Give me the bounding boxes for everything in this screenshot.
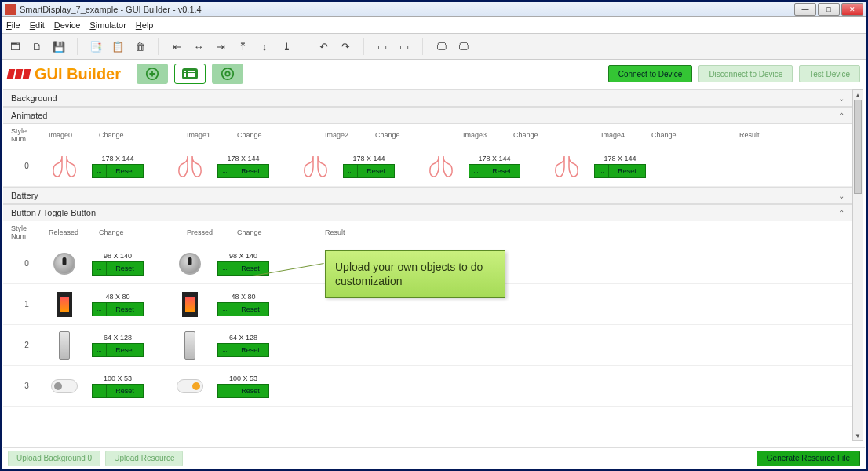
change-button[interactable]: ...Reset bbox=[92, 261, 144, 276]
monitor-icon[interactable]: 🖵 bbox=[434, 39, 448, 53]
size-label: 178 X 144 bbox=[227, 155, 259, 162]
section-label: Battery bbox=[11, 191, 38, 200]
chevron-up-icon: ⌃ bbox=[838, 111, 844, 120]
align-right-icon[interactable]: ⇥ bbox=[213, 39, 228, 53]
reset-button[interactable]: Reset bbox=[232, 385, 268, 397]
browse-icon[interactable]: ... bbox=[218, 385, 232, 397]
mode-edit-button[interactable] bbox=[137, 64, 168, 84]
browse-icon[interactable]: ... bbox=[344, 165, 358, 177]
thumbnail-lungs bbox=[419, 155, 463, 178]
reset-button[interactable]: Reset bbox=[107, 303, 143, 316]
align-center-v-icon[interactable]: ↕ bbox=[257, 39, 272, 53]
svg-rect-4 bbox=[184, 73, 186, 75]
align-bottom-icon[interactable]: ⤓ bbox=[279, 39, 294, 53]
thumbnail-released bbox=[42, 331, 86, 360]
menu-help[interactable]: Help bbox=[136, 20, 154, 30]
connect-button[interactable]: Connect to Device bbox=[608, 65, 693, 82]
upload-resource-button[interactable]: Upload Resource bbox=[105, 451, 183, 466]
reset-button[interactable]: Reset bbox=[232, 262, 268, 275]
separator bbox=[158, 38, 159, 55]
reset-button[interactable]: Reset bbox=[107, 344, 143, 356]
reset-button[interactable]: Reset bbox=[107, 262, 143, 275]
undo-icon[interactable]: ↶ bbox=[316, 39, 330, 53]
change-button[interactable]: ...Reset bbox=[92, 302, 144, 316]
mode-list-button[interactable] bbox=[174, 64, 206, 84]
size-label: 100 X 53 bbox=[229, 374, 257, 382]
align-center-h-icon[interactable]: ↔ bbox=[191, 39, 206, 53]
change-button[interactable]: ...Reset bbox=[217, 302, 269, 316]
mode-settings-button[interactable] bbox=[212, 64, 243, 84]
disconnect-button[interactable]: Disconnect to Device bbox=[698, 65, 793, 82]
menu-simulator[interactable]: Simulator bbox=[89, 20, 126, 30]
reset-button[interactable]: Reset bbox=[107, 165, 143, 177]
browse-icon[interactable]: ... bbox=[218, 262, 232, 275]
bring-front-icon[interactable]: ▭ bbox=[375, 39, 389, 53]
col-header: Style Num bbox=[11, 127, 42, 143]
change-button[interactable]: ...Reset bbox=[217, 164, 269, 178]
reset-button[interactable]: Reset bbox=[107, 385, 143, 397]
browse-icon[interactable]: ... bbox=[93, 303, 107, 316]
reset-button[interactable]: Reset bbox=[232, 303, 268, 316]
browse-icon[interactable]: ... bbox=[93, 385, 107, 397]
reset-button[interactable]: Reset bbox=[358, 165, 394, 177]
save-icon[interactable]: 💾 bbox=[52, 39, 66, 53]
menu-edit[interactable]: Edit bbox=[30, 20, 45, 30]
redo-icon[interactable]: ↷ bbox=[338, 39, 352, 53]
change-button[interactable]: ...Reset bbox=[217, 343, 269, 357]
browse-icon[interactable]: ... bbox=[595, 165, 609, 177]
browse-icon[interactable]: ... bbox=[93, 344, 107, 356]
scroll-down-icon[interactable]: ▼ bbox=[853, 431, 863, 440]
scroll-up-icon[interactable]: ▲ bbox=[853, 90, 863, 100]
browse-icon[interactable]: ... bbox=[93, 262, 107, 275]
change-button[interactable]: ...Reset bbox=[92, 384, 144, 398]
section-battery[interactable]: Battery ⌄ bbox=[3, 187, 852, 204]
section-animated[interactable]: Animated ⌃ bbox=[3, 107, 852, 124]
thumbnail-pressed bbox=[168, 379, 212, 393]
change-button[interactable]: ...Reset bbox=[217, 261, 269, 276]
change-button[interactable]: ...Reset bbox=[469, 164, 520, 178]
reset-button[interactable]: Reset bbox=[232, 165, 268, 177]
send-back-icon[interactable]: ▭ bbox=[397, 39, 411, 53]
open-icon[interactable]: 🗋 bbox=[30, 39, 44, 53]
section-button[interactable]: Button / Toggle Button ⌃ bbox=[3, 204, 852, 221]
browse-icon[interactable]: ... bbox=[93, 165, 107, 177]
menu-device[interactable]: Device bbox=[54, 20, 81, 30]
reset-button[interactable]: Reset bbox=[483, 165, 520, 177]
change-button[interactable]: ...Reset bbox=[92, 164, 144, 178]
new-icon[interactable]: 🗔 bbox=[8, 39, 22, 53]
size-label: 48 X 80 bbox=[231, 293, 255, 301]
thumbnail-lungs bbox=[545, 155, 589, 178]
change-button[interactable]: ...Reset bbox=[594, 164, 646, 178]
section-background[interactable]: Background ⌄ bbox=[3, 89, 852, 107]
browse-icon[interactable]: ... bbox=[469, 165, 483, 177]
copy-icon[interactable]: 📑 bbox=[89, 39, 103, 53]
paste-icon[interactable]: 📋 bbox=[111, 39, 125, 53]
style-number: 1 bbox=[11, 300, 42, 309]
delete-icon[interactable]: 🗑 bbox=[133, 39, 147, 53]
close-button[interactable]: ✕ bbox=[841, 3, 863, 16]
monitor-plus-icon[interactable]: 🖵 bbox=[456, 39, 470, 53]
maximize-button[interactable]: □ bbox=[818, 3, 840, 16]
browse-icon[interactable]: ... bbox=[218, 344, 232, 356]
menu-file[interactable]: File bbox=[6, 20, 20, 30]
scroll-thumb[interactable] bbox=[854, 100, 862, 194]
menubar: File Edit Device Simulator Help bbox=[2, 17, 866, 33]
align-top-icon[interactable]: ⤒ bbox=[235, 39, 250, 53]
change-button[interactable]: ...Reset bbox=[217, 384, 269, 398]
col-header: Change bbox=[375, 131, 457, 139]
align-left-icon[interactable]: ⇤ bbox=[170, 39, 184, 53]
col-header: Image2 bbox=[325, 131, 369, 139]
upload-background-button[interactable]: Upload Background 0 bbox=[8, 451, 100, 466]
change-button[interactable]: ...Reset bbox=[343, 164, 395, 178]
reset-button[interactable]: Reset bbox=[232, 344, 268, 356]
vertical-scrollbar[interactable]: ▲ ▼ bbox=[852, 89, 863, 441]
reset-button[interactable]: Reset bbox=[609, 165, 645, 177]
minimize-button[interactable]: — bbox=[794, 3, 816, 16]
test-device-button[interactable]: Test Device bbox=[799, 65, 860, 82]
window-title: SmartDisplay_7_example - GUI Builder - v… bbox=[20, 5, 794, 14]
section-label: Button / Toggle Button bbox=[11, 208, 96, 217]
browse-icon[interactable]: ... bbox=[218, 165, 232, 177]
generate-resource-button[interactable]: Generate Resource File bbox=[757, 451, 860, 466]
change-button[interactable]: ...Reset bbox=[92, 343, 144, 357]
browse-icon[interactable]: ... bbox=[218, 303, 232, 316]
